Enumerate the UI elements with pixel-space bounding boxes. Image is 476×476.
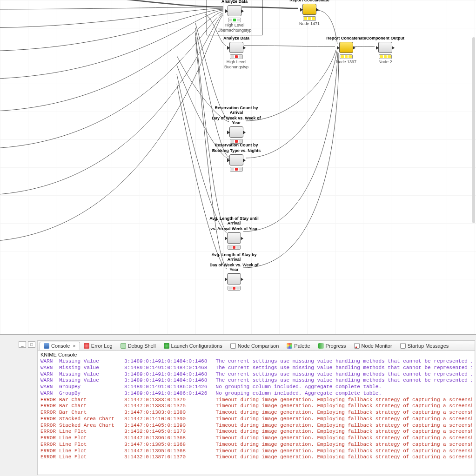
node-subtitle: Node 1471 xyxy=(282,22,337,26)
vertical-scrollbar[interactable] xyxy=(472,37,475,223)
monitor-icon xyxy=(354,343,360,349)
tab-label: Error Log xyxy=(91,343,113,349)
console-icon xyxy=(44,343,49,349)
console-output[interactable]: WARNMissing Value3:1489:0:1491:0:1484:0:… xyxy=(38,358,475,461)
tab-progress[interactable]: Progress xyxy=(315,342,350,350)
close-icon[interactable]: × xyxy=(73,343,75,349)
console-row: ERRORLine Plot3:1432:0:1387:0:1370 Timeo… xyxy=(40,454,472,461)
debug-icon xyxy=(121,343,126,349)
console-row: WARNGroupBy3:1489:0:1491:0:1486:0:1426 N… xyxy=(40,390,472,397)
node-title: Avg. Length of Stay until Arrival xyxy=(206,217,262,226)
node-subtitle: High Level xyxy=(208,60,264,65)
console-row: ERRORBar Chart3:1447:0:1383:0:1375 Timeo… xyxy=(40,403,472,410)
node-title: Report Concatenate xyxy=(282,0,337,3)
console-row: ERRORBar Chart3:1447:0:1383:0:1379 Timeo… xyxy=(40,397,472,403)
console-title: KNIME Console xyxy=(38,351,475,358)
node-reservation-count-arrival[interactable]: Reservation Count by Arrival Day of Week… xyxy=(208,106,264,145)
tab-node-comparison[interactable]: Node Comparison xyxy=(227,342,283,350)
workflow-canvas[interactable]: Analyze Data High Level Übernachtungstyp… xyxy=(0,0,476,335)
node-analyze-data-2[interactable]: Analyze Data High Level Buchungstyp xyxy=(208,36,264,70)
console-row: WARNMissing Value3:1489:0:1491:0:1484:0:… xyxy=(40,377,472,384)
node-avg-length-until-arrival[interactable]: Avg. Length of Stay until Arrival vs. Ar… xyxy=(206,217,262,251)
maximize-icon[interactable]: □ xyxy=(28,341,35,348)
console-row: WARNGroupBy3:1489:0:1491:0:1486:0:1426 N… xyxy=(40,384,472,390)
tab-label: Launch Configurations xyxy=(171,343,222,349)
error-icon xyxy=(84,343,89,349)
node-title: Booking Type vs. Nights xyxy=(208,149,264,153)
node-title: vs. Arrival Week of Year xyxy=(206,227,262,231)
node-analyze-data-1[interactable]: Analyze Data High Level Übernachtungstyp xyxy=(207,0,262,35)
console-row: ERRORStacked Area Chart3:1447:0:1410:0:1… xyxy=(40,416,472,423)
tab-launch-configurations[interactable]: Launch Configurations xyxy=(160,342,227,350)
console-row: ERRORLine Plot3:1447:0:1395:0:1368 Timeo… xyxy=(40,448,472,455)
console-row: WARNMissing Value3:1489:0:1491:0:1484:0:… xyxy=(40,365,472,371)
tab-label: Palette xyxy=(294,343,310,349)
compare-icon xyxy=(230,343,236,349)
tab-label: Console xyxy=(51,343,70,349)
bottom-panel: Console × Error Log Debug Shell Launch C… xyxy=(37,340,475,475)
console-row: WARNMissing Value3:1489:0:1491:0:1484:0:… xyxy=(40,358,472,365)
node-avg-length-by-arrival[interactable]: Avg. Length of Stay by Arrival Day of We… xyxy=(206,253,262,291)
tab-label: Progress xyxy=(326,343,346,349)
node-title: Component Output xyxy=(357,36,413,41)
startup-icon xyxy=(400,343,406,349)
tab-label: Node Comparison xyxy=(238,343,279,349)
node-subtitle: Buchungstyp xyxy=(208,65,264,70)
node-title: Reservation Count by xyxy=(208,143,264,148)
bottom-tab-bar: Console × Error Log Debug Shell Launch C… xyxy=(38,341,475,351)
node-subtitle: Übernachtungstyp xyxy=(207,28,262,33)
palette-icon xyxy=(287,343,292,349)
panel-window-controls: ‗ □ xyxy=(19,341,35,348)
minimize-icon[interactable]: ‗ xyxy=(19,341,26,348)
tab-label: Debug Shell xyxy=(128,343,156,349)
node-component-output[interactable]: Component Output Node 2 xyxy=(357,36,413,65)
node-title: Day of Week vs. Week of Year xyxy=(206,263,262,272)
tab-palette[interactable]: Palette xyxy=(283,342,314,350)
node-reservation-count-booking[interactable]: Reservation Count by Booking Type vs. Ni… xyxy=(208,143,264,172)
node-subtitle: High Level xyxy=(207,23,262,28)
console-row: ERRORLine Plot3:1447:0:1385:0:1368 Timeo… xyxy=(40,442,472,448)
console-row: ERRORLine Plot3:1447:0:1396:0:1368 Timeo… xyxy=(40,435,472,442)
node-title: Analyze Data xyxy=(207,0,262,4)
node-subtitle: Node 2 xyxy=(357,60,413,65)
console-row: ERRORStacked Area Chart3:1447:0:1405:0:1… xyxy=(40,423,472,429)
tab-console[interactable]: Console × xyxy=(40,342,80,350)
node-title: Avg. Length of Stay by Arrival xyxy=(206,253,262,262)
tab-node-monitor[interactable]: Node Monitor xyxy=(350,342,396,350)
tab-startup-messages[interactable]: Startup Messages xyxy=(396,342,453,350)
node-title: Day of Week vs. Week of Year xyxy=(208,116,264,126)
launch-icon xyxy=(164,343,169,349)
node-report-concatenate-1[interactable]: Report Concatenate Node 1471 xyxy=(282,0,337,26)
progress-icon xyxy=(318,343,324,349)
console-row: ERRORLine Plot3:1432:0:1405:0:1370 Timeo… xyxy=(40,429,472,435)
tab-debug-shell[interactable]: Debug Shell xyxy=(117,342,160,350)
node-title: Analyze Data xyxy=(208,36,264,41)
console-row: WARNMissing Value3:1489:0:1491:0:1484:0:… xyxy=(40,371,472,378)
tab-error-log[interactable]: Error Log xyxy=(80,342,117,350)
console-row: ERRORBar Chart3:1447:0:1383:0:1380 Timeo… xyxy=(40,410,472,416)
tab-label: Startup Messages xyxy=(408,343,449,349)
tab-label: Node Monitor xyxy=(362,343,392,349)
node-title: Reservation Count by Arrival xyxy=(208,106,264,115)
